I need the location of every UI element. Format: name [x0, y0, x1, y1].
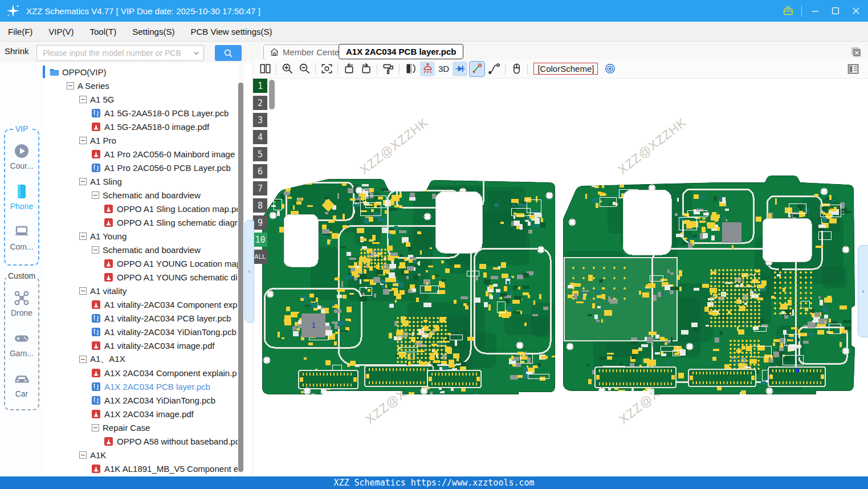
- tab-document-active[interactable]: A1X 2AC034 PCB layer.pcb: [339, 44, 463, 59]
- tree-item[interactable]: Schematic and boardview: [43, 188, 252, 202]
- collapse-toggle-icon[interactable]: [92, 246, 99, 254]
- close-button[interactable]: [849, 4, 863, 18]
- tree-item[interactable]: A1 5G-2AA518-0 image.pdf: [43, 120, 252, 133]
- layer-button-6[interactable]: 6: [253, 164, 267, 178]
- shrink-button[interactable]: Shrink: [5, 46, 29, 56]
- diode-tool-icon[interactable]: [453, 62, 467, 76]
- collapse-toggle-icon[interactable]: [92, 424, 99, 431]
- canvas-scrollbar-thumb[interactable]: [269, 80, 275, 109]
- lamp-tool-icon[interactable]: [420, 62, 435, 76]
- layer-button-9[interactable]: 9: [253, 215, 267, 230]
- tree-item[interactable]: OPPO A1 YOUNG schematic dia: [43, 270, 252, 284]
- mouse-settings-icon[interactable]: [509, 62, 524, 76]
- collapse-toggle-icon[interactable]: [79, 356, 87, 363]
- minimize-button[interactable]: [808, 4, 822, 18]
- tree-item[interactable]: A1X 2AC034 Component explain.p: [43, 366, 252, 380]
- menu-item-2[interactable]: VIP(V): [40, 22, 81, 41]
- model-search-combobox[interactable]: [36, 45, 204, 61]
- menu-item-3[interactable]: Tool(T): [82, 22, 125, 41]
- zoom-in-icon[interactable]: [280, 62, 295, 76]
- curve-tool-icon[interactable]: [487, 62, 502, 76]
- collapse-toggle-icon[interactable]: [67, 82, 74, 89]
- tree-item[interactable]: A1K AL1891_MB_V5 Component ex: [43, 462, 252, 475]
- collapse-toggle-icon[interactable]: [79, 233, 87, 240]
- layer-button-3[interactable]: 3: [253, 113, 267, 127]
- tree-item[interactable]: OPPO A1 Sling Location map.pd: [43, 202, 252, 215]
- tree-item[interactable]: A1 5G: [43, 92, 252, 106]
- layer-button-10[interactable]: 10: [253, 233, 267, 247]
- tree-item[interactable]: A1K: [43, 448, 252, 462]
- fit-view-icon[interactable]: [319, 62, 334, 76]
- mirror-flip-icon[interactable]: [403, 62, 418, 76]
- tree-item[interactable]: OPPO A1 YOUNG Location map: [43, 256, 252, 270]
- sidebar-item-com[interactable]: Com...: [5, 223, 38, 251]
- eye-target-icon[interactable]: [602, 62, 617, 76]
- chevron-down-icon[interactable]: [193, 51, 199, 55]
- tree-item[interactable]: A1 vitality-2AC034 PCB layer.pcb: [43, 311, 252, 325]
- sidebar-item-phone[interactable]: Phone: [5, 183, 38, 211]
- menu-item-4[interactable]: Settings(S): [124, 22, 182, 41]
- vip-briefcase-icon[interactable]: [781, 4, 796, 18]
- 3d-view-button[interactable]: 3D: [438, 64, 449, 74]
- collapse-toggle-icon[interactable]: [92, 191, 99, 199]
- tree-item[interactable]: A1 Young: [43, 229, 252, 243]
- split-view-icon[interactable]: [258, 62, 272, 76]
- tree-item[interactable]: A1 vitality-2AC034 Component exp: [43, 298, 252, 311]
- zoom-out-icon[interactable]: [297, 62, 312, 76]
- tree-item[interactable]: A1 Pro 2AC056-0 PCB Layer.pcb: [43, 161, 252, 174]
- tree-item[interactable]: A1 vitality-2AC034 YiDianTong.pcb: [43, 325, 252, 339]
- collapse-toggle-icon[interactable]: [79, 137, 87, 144]
- maximize-button[interactable]: [828, 4, 843, 18]
- tree-item[interactable]: A1、A1X: [43, 352, 252, 366]
- tree-item[interactable]: OPPO A58 without baseband.pd: [43, 434, 252, 448]
- tree-item[interactable]: A1 5G-2AA518-0 PCB Layer.pcb: [43, 106, 252, 120]
- tree-scrollbar-thumb[interactable]: [238, 83, 243, 472]
- sidebar-item-car[interactable]: Car: [5, 370, 38, 398]
- paint-roller-icon[interactable]: [381, 62, 396, 76]
- tree-item[interactable]: A1X 2AC034 YiDianTong.pcb: [43, 393, 252, 407]
- rotate-right-icon[interactable]: [358, 62, 373, 76]
- layer-button-all[interactable]: ALL: [253, 250, 267, 264]
- tree-item[interactable]: A1 vitality: [43, 284, 252, 298]
- tree-item[interactable]: A1X 2AC034 PCB layer.pcb: [43, 380, 252, 393]
- layer-button-4[interactable]: 4: [253, 130, 267, 144]
- tree-item[interactable]: OPPO(VIP): [43, 65, 252, 79]
- tree-item[interactable]: A1 Pro 2AC056-0 Mainbord image: [43, 147, 252, 161]
- layer-button-7[interactable]: 7: [253, 181, 267, 195]
- layer-button-1[interactable]: 1: [253, 79, 267, 93]
- layer-button-8[interactable]: 8: [253, 198, 267, 213]
- menu-item-1[interactable]: File(F): [0, 22, 40, 41]
- layer-button-2[interactable]: 2: [253, 96, 267, 110]
- tree-item[interactable]: Schematic and boardview: [43, 243, 252, 256]
- colorscheme-button[interactable]: [ColorScheme]: [533, 63, 598, 75]
- rotate-left-icon[interactable]: [341, 62, 356, 76]
- collapse-toggle-icon[interactable]: [79, 178, 87, 185]
- tree-item[interactable]: A1 Pro: [43, 133, 252, 147]
- collapse-toggle-icon[interactable]: [79, 96, 87, 103]
- tree-item[interactable]: A1 Sling: [43, 174, 252, 188]
- layer-button-5[interactable]: 5: [253, 147, 267, 161]
- tab-member-center[interactable]: Member Center: [263, 44, 348, 60]
- tree-item[interactable]: OPPO A1 Sling schematic diagr: [43, 215, 252, 229]
- panel-toggle-icon[interactable]: [846, 62, 860, 76]
- sidebar-item-drone[interactable]: Drone: [5, 290, 38, 317]
- pcb-canvas[interactable]: XZZ@XZZHKXZZ@XZZHKXZZ@XZZHKXZZ@XZZHK1: [252, 79, 868, 476]
- tree-item[interactable]: A1X 2AC034 image.pdf: [43, 407, 252, 421]
- tree-item-label: A1 Pro 2AC056-0 PCB Layer.pcb: [104, 163, 231, 173]
- pcb-board-image[interactable]: XZZ@XZZHKXZZ@XZZHKXZZ@XZZHKXZZ@XZZHK1: [253, 79, 868, 476]
- collapse-toggle-icon[interactable]: [79, 287, 87, 295]
- sidebar-item-cour[interactable]: Cour...: [5, 142, 38, 170]
- collapse-toggle-icon[interactable]: [79, 451, 87, 459]
- search-input[interactable]: [42, 48, 193, 58]
- collapse-tree-handle[interactable]: ‹: [244, 220, 254, 323]
- sidebar-item-gam[interactable]: Gam...: [5, 330, 38, 358]
- close-document-icon[interactable]: [850, 46, 862, 58]
- measure-tool-icon[interactable]: [470, 62, 484, 76]
- collapse-right-handle[interactable]: ‹: [858, 245, 868, 337]
- tree-item[interactable]: A1 vitality-2AC034 image.pdf: [43, 339, 252, 352]
- menu-item-5[interactable]: PCB View settings(S): [182, 22, 280, 41]
- pdf-icon: [92, 122, 101, 132]
- search-button[interactable]: [215, 45, 242, 61]
- tree-item[interactable]: A Series: [43, 79, 252, 92]
- tree-item[interactable]: Repair Case: [43, 421, 252, 434]
